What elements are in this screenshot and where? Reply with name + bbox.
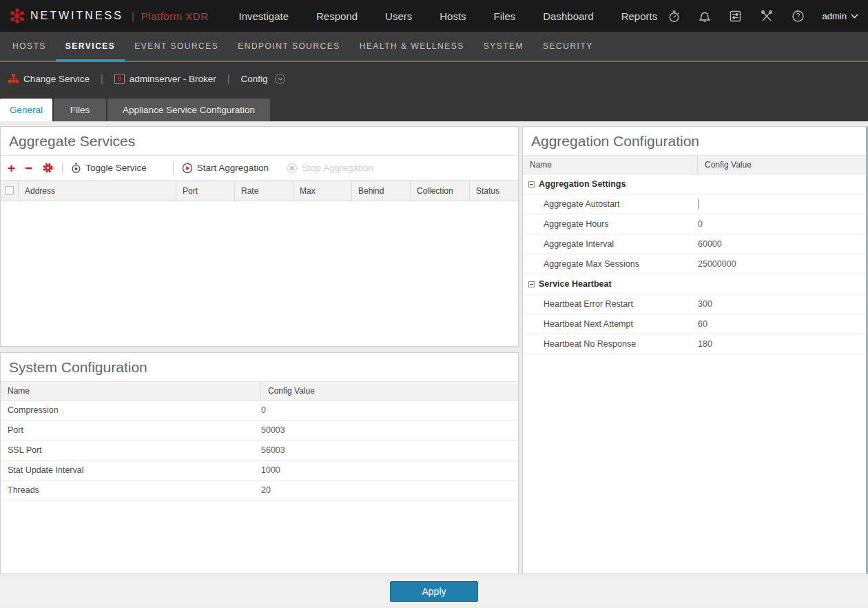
nav-files[interactable]: Files [494,10,516,22]
user-name: admin [823,11,847,21]
notifications-bell-icon[interactable] [699,10,711,23]
config-row-aggregate-max-sessions[interactable]: Aggregate Max Sessions 25000000 [523,254,867,274]
subnav-event-sources[interactable]: EVENT SOURCES [125,32,228,61]
column-rate[interactable]: Rate [235,181,293,201]
subnav-endpoint-sources[interactable]: ENDPOINT SOURCES [228,32,349,61]
jobs-preferences-icon[interactable] [729,10,742,23]
column-config-value[interactable]: Config Value [698,156,752,174]
aggregate-services-panel: Aggregate Services + − T [0,126,519,347]
toggle-service-button[interactable]: Toggle Service [71,163,147,174]
row-name: Heartbeat Next Attempt [523,319,698,329]
config-row-heartbeat-next-attempt[interactable]: Heartbeat Next Attempt 60 [523,314,867,334]
config-row-port[interactable]: Port 50003 [1,420,518,440]
group-service-heartbeat[interactable]: Service Heartbeat [523,274,867,294]
edit-service-gear-icon[interactable] [42,162,54,174]
timer-icon[interactable] [668,10,681,23]
group-label: Aggregation Settings [539,179,626,189]
start-aggregation-label: Start Aggregation [197,163,269,173]
row-name: Heartbeat No Response [523,339,698,349]
svg-text:?: ? [796,12,800,20]
config-row-compression[interactable]: Compression 0 [1,401,518,420]
breadcrumb-divider: | [101,73,103,84]
broker-icon: B [114,74,125,84]
nav-users[interactable]: Users [385,10,412,22]
view-selector[interactable]: Config [240,74,285,84]
row-value[interactable]: 0 [698,219,703,229]
row-value[interactable]: 56003 [261,445,285,455]
subnav-system[interactable]: SYSTEM [474,32,533,61]
help-icon[interactable]: ? [792,10,805,23]
toggle-service-label: Toggle Service [85,163,147,173]
add-service-button[interactable]: + [8,161,15,174]
select-all-checkbox[interactable] [5,186,14,195]
row-name: Threads [1,485,261,495]
aggregate-autostart-checkbox[interactable] [698,199,699,210]
row-name: SSL Port [1,445,261,455]
group-aggregation-settings[interactable]: Aggregation Settings [523,174,867,194]
row-value[interactable]: 1000 [261,465,280,475]
nav-investigate[interactable]: Investigate [238,10,289,22]
config-row-ssl-port[interactable]: SSL Port 56003 [1,440,518,460]
service-name: adminserver - Broker [130,74,216,84]
nav-dashboard[interactable]: Dashboard [543,10,593,22]
config-row-aggregate-autostart[interactable]: Aggregate Autostart [523,194,867,214]
collapse-icon[interactable] [528,181,535,188]
tab-appliance-service-configuration[interactable]: Appliance Service Configuration [107,99,270,121]
start-aggregation-button[interactable]: Start Aggregation [182,163,269,174]
subnav-health-wellness[interactable]: HEALTH & WELLNESS [350,32,474,61]
nav-reports[interactable]: Reports [621,10,658,22]
config-row-stat-update-interval[interactable]: Stat Update Interval 1000 [1,460,518,480]
breadcrumb-divider: | [227,73,230,84]
admin-tools-icon[interactable] [760,10,774,23]
column-status[interactable]: Status [470,181,518,201]
config-row-aggregate-hours[interactable]: Aggregate Hours 0 [523,214,867,234]
collapse-icon[interactable] [528,281,535,287]
tab-general[interactable]: General [0,99,52,121]
breadcrumb: Change Service | B adminserver - Broker … [0,62,868,95]
row-name: Aggregate Hours [523,219,698,229]
netwitness-logo-icon [10,8,25,23]
row-value[interactable]: 50003 [261,425,285,435]
change-service-button[interactable]: Change Service [8,74,90,84]
config-row-heartbeat-no-response[interactable]: Heartbeat No Response 180 [523,334,867,354]
config-row-aggregate-interval[interactable]: Aggregate Interval 60000 [523,234,867,254]
view-dropdown-icon[interactable] [275,74,285,84]
column-address[interactable]: Address [19,181,176,201]
nav-hosts[interactable]: Hosts [440,10,466,22]
aggregation-config-header-row: Name Config Value [523,155,867,174]
apply-button[interactable]: Apply [390,581,478,602]
column-name[interactable]: Name [1,382,261,400]
config-row-heartbeat-error-restart[interactable]: Heartbeat Error Restart 300 [523,294,867,314]
nav-respond[interactable]: Respond [316,10,358,22]
tab-files[interactable]: Files [54,99,106,121]
service-selector[interactable]: B adminserver - Broker [114,74,216,84]
row-value[interactable]: 180 [698,339,712,349]
brand-suffix: Platform XDR [141,10,209,22]
config-row-threads[interactable]: Threads 20 [1,480,518,500]
column-collection[interactable]: Collection [411,181,470,201]
row-value[interactable]: 300 [698,299,712,309]
aggregate-services-title: Aggregate Services [1,127,518,156]
subnav-hosts[interactable]: HOSTS [3,32,56,61]
select-all-cell [1,181,19,201]
row-value[interactable]: 60000 [698,239,722,249]
stopwatch-icon [71,163,81,174]
column-config-value[interactable]: Config Value [261,382,315,400]
row-value[interactable]: 20 [261,485,271,495]
subnav-services[interactable]: SERVICES [56,32,125,61]
row-value[interactable]: 25000000 [698,259,736,269]
subnav-security[interactable]: SECURITY [533,32,603,61]
column-behind[interactable]: Behind [352,181,411,201]
column-name[interactable]: Name [523,156,698,174]
row-value[interactable]: 60 [698,319,707,329]
footer-bar: Apply [0,576,868,607]
remove-service-button[interactable]: − [25,161,32,174]
top-app-bar: NETWITNESS | Platform XDR Investigate Re… [0,0,868,32]
column-max[interactable]: Max [293,181,352,201]
user-menu[interactable]: admin [823,11,858,21]
row-value[interactable]: 0 [261,405,266,415]
row-name: Stat Update Interval [1,465,261,475]
netwitness-logo[interactable]: NETWITNESS | Platform XDR [10,8,208,23]
column-port[interactable]: Port [176,181,235,201]
row-name: Heartbeat Error Restart [523,299,698,309]
